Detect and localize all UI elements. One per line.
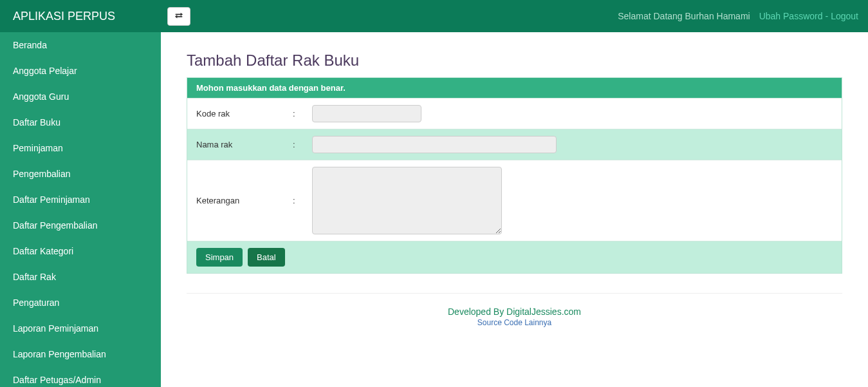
transfer-icon [174,11,183,22]
colon: : [293,140,312,149]
sidebar-item-daftar-buku[interactable]: Daftar Buku [0,109,161,135]
sidebar-item-anggota-pelajar[interactable]: Anggota Pelajar [0,58,161,84]
sidebar-item-daftar-peminjaman[interactable]: Daftar Peminjaman [0,187,161,212]
topbar-right: Selamat Datang Burhan Hamami Ubah Passwo… [618,11,858,21]
panel-heading: Mohon masukkan data dengan benar. [187,78,842,98]
input-kode-rak[interactable] [312,105,421,122]
sidebar-item-pengaturan[interactable]: Pengaturan [0,290,161,316]
label-kode-rak: Kode rak [196,109,293,118]
sidebar-item-laporan-peminjaman[interactable]: Laporan Peminjaman [0,316,161,341]
sidebar-item-peminjaman[interactable]: Peminjaman [0,135,161,161]
sidebar-item-daftar-pengembalian[interactable]: Daftar Pengembalian [0,212,161,238]
form-panel: Mohon masukkan data dengan benar. Kode r… [187,77,842,274]
sidebar-item-anggota-guru[interactable]: Anggota Guru [0,84,161,109]
page-title: Tambah Daftar Rak Buku [187,52,842,70]
sidebar-toggle-button[interactable] [167,7,190,26]
developed-by-link[interactable]: Developed By DigitalJessies.com [448,307,581,317]
source-code-link[interactable]: Source Code Lainnya [187,318,842,327]
footer: Developed By DigitalJessies.com Source C… [187,307,842,327]
row-keterangan: Keterangan : [187,160,842,241]
simpan-button[interactable]: Simpan [196,248,243,267]
label-nama-rak: Nama rak [196,140,293,149]
input-nama-rak[interactable] [312,136,557,153]
sidebar-item-daftar-rak[interactable]: Daftar Rak [0,264,161,290]
sidebar-item-beranda[interactable]: Beranda [0,32,161,58]
row-nama-rak: Nama rak : [187,129,842,160]
topbar: APLIKASI PERPUS Selamat Datang Burhan Ha… [0,0,868,32]
main-content: Tambah Daftar Rak Buku Mohon masukkan da… [161,32,868,346]
separator: - [826,11,829,21]
colon: : [293,109,312,118]
sidebar-item-laporan-pengembalian[interactable]: Laporan Pengembalian [0,341,161,346]
sidebar-item-pengembalian[interactable]: Pengembalian [0,161,161,187]
row-kode-rak: Kode rak : [187,98,842,129]
divider [187,293,842,294]
batal-button[interactable]: Batal [248,248,285,267]
logout-link[interactable]: Logout [831,11,858,21]
welcome-text: Selamat Datang Burhan Hamami [618,11,750,21]
sidebar: Beranda Anggota Pelajar Anggota Guru Daf… [0,32,161,346]
sidebar-item-daftar-kategori[interactable]: Daftar Kategori [0,238,161,264]
change-password-link[interactable]: Ubah Password [759,11,823,21]
label-keterangan: Keterangan [196,196,293,205]
panel-footer: Simpan Batal [187,241,842,273]
app-brand: APLIKASI PERPUS [10,10,161,23]
input-keterangan[interactable] [312,167,502,234]
colon: : [293,196,312,205]
